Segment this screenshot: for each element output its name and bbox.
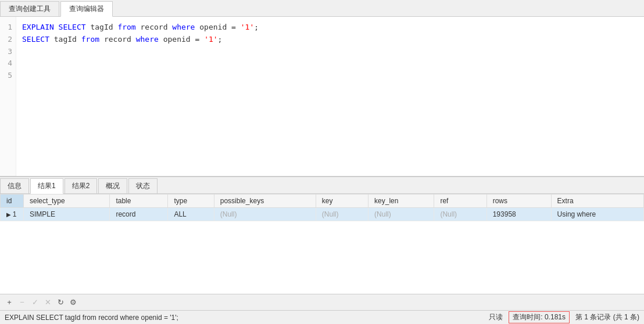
- col-header-select-type: select_type: [24, 195, 110, 208]
- sql-preview: EXPLAIN SELECT tagId from record where o…: [5, 314, 489, 322]
- col-header-key-len: key_len: [368, 195, 434, 208]
- refresh-button[interactable]: ↻: [55, 297, 66, 308]
- cell-arrow: ▶ 1: [1, 208, 24, 221]
- col-header-key: key: [316, 195, 368, 208]
- col-header-id: id: [1, 195, 24, 208]
- cell-table: record: [110, 208, 168, 221]
- cell-possible-keys: (Null): [214, 208, 316, 221]
- cell-type: ALL: [168, 208, 214, 221]
- tab-info[interactable]: 信息: [0, 178, 29, 193]
- bottom-panel: 信息 结果1 结果2 概况 状态 id select_type table ty…: [0, 177, 644, 310]
- tab-result1[interactable]: 结果1: [30, 178, 63, 194]
- cell-key-len: (Null): [368, 208, 434, 221]
- readonly-label: 只读: [489, 312, 503, 322]
- tab-result2[interactable]: 结果2: [65, 178, 98, 193]
- result-tab-bar: 信息 结果1 结果2 概况 状态: [0, 177, 644, 194]
- result-table-area: id select_type table type possible_keys …: [0, 194, 644, 294]
- query-time: 查询时间: 0.181s: [509, 311, 570, 323]
- remove-button[interactable]: −: [16, 297, 28, 308]
- record-info: 第 1 条记录 (共 1 条): [575, 312, 639, 322]
- add-button[interactable]: +: [3, 297, 15, 308]
- cancel-button[interactable]: ✕: [42, 297, 53, 308]
- bottom-toolbar: + − ✓ ✕ ↻ ⚙: [0, 294, 644, 310]
- tab-status[interactable]: 状态: [128, 178, 158, 193]
- code-content[interactable]: EXPLAIN SELECT tagId from record where o…: [16, 17, 644, 176]
- config-button[interactable]: ⚙: [67, 297, 79, 308]
- editor-area: 1 2 3 4 5 EXPLAIN SELECT tagId from reco…: [0, 17, 644, 177]
- col-header-possible-keys: possible_keys: [214, 195, 316, 208]
- cell-rows: 193958: [486, 208, 551, 221]
- col-header-rows: rows: [486, 195, 551, 208]
- cell-ref: (Null): [434, 208, 486, 221]
- tab-query-editor[interactable]: 查询编辑器: [60, 1, 113, 17]
- col-header-type: type: [168, 195, 214, 208]
- col-header-table: table: [110, 195, 168, 208]
- result-table: id select_type table type possible_keys …: [0, 194, 644, 221]
- cell-extra: Using where: [551, 208, 643, 221]
- col-header-ref: ref: [434, 195, 486, 208]
- cell-select-type: SIMPLE: [24, 208, 110, 221]
- confirm-button[interactable]: ✓: [29, 297, 41, 308]
- cell-key: (Null): [316, 208, 368, 221]
- table-row[interactable]: ▶ 1 SIMPLE record ALL (Null) (Null) (Nul…: [1, 208, 644, 221]
- tab-overview[interactable]: 概况: [98, 178, 127, 193]
- col-header-extra: Extra: [551, 195, 643, 208]
- line-numbers: 1 2 3 4 5: [0, 17, 16, 176]
- tab-query-builder[interactable]: 查询创建工具: [0, 1, 59, 16]
- status-bar: EXPLAIN SELECT tagId from record where o…: [0, 310, 644, 324]
- top-tab-bar: 查询创建工具 查询编辑器: [0, 0, 644, 17]
